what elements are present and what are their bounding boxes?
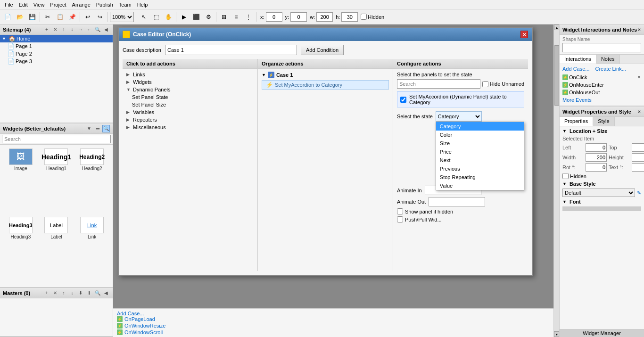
menu-arrange[interactable]: Arrange (69, 1, 93, 8)
canvas-scroll-track[interactable] (554, 30, 559, 331)
sitemap-add-btn[interactable]: + (43, 26, 50, 33)
action-set-panel-size[interactable]: Set Panel Size (124, 101, 256, 108)
top-input[interactable] (632, 143, 644, 152)
x-input[interactable] (266, 12, 282, 22)
action-widgets[interactable]: ▶ Widgets (124, 78, 256, 86)
hide-unnamed-checkbox[interactable] (482, 81, 488, 87)
tab-properties[interactable]: Properties (560, 117, 593, 126)
canvas-vscrollbar[interactable]: ▲ ▼ (553, 25, 559, 337)
align-btn[interactable]: ≡ (231, 11, 242, 23)
action-variables[interactable]: ▶ Variables (124, 108, 256, 116)
pointer-btn[interactable]: ↖ (138, 11, 149, 23)
width-input[interactable] (586, 153, 607, 162)
widget-heading3[interactable]: Heading3 Heading3 (4, 217, 38, 283)
widget-image[interactable]: 🖼 Image (4, 148, 38, 215)
option-previous[interactable]: Previous (436, 164, 524, 173)
option-color[interactable]: Color (436, 131, 524, 139)
animate-out-input[interactable] (429, 197, 485, 206)
canvas-scroll-down[interactable]: ▼ (554, 331, 559, 337)
dialog-close-btn[interactable]: ✕ (520, 31, 528, 38)
undo-btn[interactable]: ↩ (82, 11, 93, 23)
preview-btn[interactable]: ⚙ (203, 11, 214, 23)
paste-btn[interactable]: 📌 (66, 11, 78, 23)
action-dynamic-panels[interactable]: ▼ Dynamic Panels (124, 86, 256, 93)
menu-publish[interactable]: Publish (93, 1, 116, 8)
masters-down-btn[interactable]: ↓ (68, 289, 76, 297)
sitemap-up-btn[interactable]: ↑ (60, 26, 67, 33)
widgets-toggle[interactable]: ▶ (126, 80, 131, 84)
action-links[interactable]: ▶ Links (124, 71, 256, 78)
cut-btn[interactable]: ✂ (42, 11, 53, 23)
grid-btn[interactable]: ⊞ (218, 11, 230, 23)
option-size[interactable]: Size (436, 139, 524, 148)
play-btn[interactable]: ▶ (178, 11, 190, 23)
tab-interactions[interactable]: Interactions (560, 55, 596, 64)
masters-collapse-btn[interactable]: ◀ (102, 289, 110, 297)
sitemap-collapse-btn[interactable]: ◀ (102, 26, 110, 33)
dynamic-panels-toggle[interactable]: ▼ (126, 87, 131, 92)
center-canvas[interactable]: ▲ ▼ Add Case... ⚡ OnPageLoad ⚡ OnWindowR… (113, 25, 559, 337)
open-btn[interactable]: 📂 (14, 11, 25, 23)
masters-search-btn[interactable]: 🔍 (94, 289, 101, 297)
canvas-scroll-thumb[interactable] (554, 45, 559, 106)
dist-btn[interactable]: ⋮ (243, 11, 254, 23)
tab-style[interactable]: Style (593, 117, 614, 126)
add-case-link[interactable]: Add Case... (562, 66, 589, 72)
sitemap-page2-row[interactable]: 📄 Page 2 (6, 50, 113, 58)
widget-search-input[interactable] (2, 135, 111, 143)
menu-edit[interactable]: Edit (16, 1, 31, 8)
misc-toggle[interactable]: ▶ (126, 125, 131, 130)
masters-up-btn[interactable]: ↑ (60, 289, 67, 297)
rot-input[interactable] (586, 163, 607, 172)
location-size-arrow[interactable]: ▼ (562, 129, 567, 133)
widget-label[interactable]: Label Label (40, 217, 74, 283)
onclick-label[interactable]: OnClick (569, 74, 587, 80)
height-input[interactable] (632, 153, 644, 162)
widget-heading1[interactable]: Heading1 Heading1 (40, 148, 74, 215)
y-input[interactable] (290, 12, 307, 22)
case1-toggle[interactable]: ▼ (262, 73, 266, 77)
font-scrollbar[interactable] (562, 206, 641, 211)
save-btn[interactable]: 💾 (26, 11, 38, 23)
shape-name-input[interactable] (562, 43, 641, 52)
create-link-link[interactable]: Create Link... (595, 66, 626, 72)
masters-import-btn[interactable]: ⬇ (77, 289, 84, 297)
sitemap-delete-btn[interactable]: ✕ (51, 26, 59, 33)
select-library-btn[interactable]: ▼ (85, 125, 93, 132)
option-stop-repeating[interactable]: Stop Repeating (436, 173, 524, 181)
base-style-select[interactable]: Default (562, 189, 635, 197)
action-repeaters[interactable]: ▶ Repeaters (124, 116, 256, 123)
push-pull-checkbox[interactable] (397, 216, 403, 222)
masters-add-btn[interactable]: + (43, 289, 50, 297)
new-btn[interactable]: 📄 (2, 11, 13, 23)
menu-team[interactable]: Team (116, 1, 134, 8)
stop-btn[interactable]: ⬛ (190, 11, 202, 23)
select-btn[interactable]: ⬚ (150, 11, 162, 23)
onwindowscroll-label[interactable]: OnWindowScroll (124, 329, 163, 335)
sitemap-search-btn[interactable]: 🔍 (94, 26, 101, 33)
copy-btn[interactable]: 📋 (54, 11, 66, 23)
h-input[interactable] (341, 12, 358, 22)
option-price[interactable]: Price (436, 148, 524, 156)
text-input[interactable] (632, 163, 644, 172)
menu-file[interactable]: File (2, 1, 16, 8)
left-input[interactable] (586, 143, 607, 152)
widget-link[interactable]: Link Link (75, 217, 109, 283)
props-collapse-btn[interactable]: ✕ (637, 109, 641, 114)
menu-help[interactable]: Help (134, 1, 151, 8)
add-condition-button[interactable]: Add Condition (301, 45, 344, 55)
hidden-prop-checkbox[interactable] (562, 173, 569, 179)
more-events-link[interactable]: More Events (562, 96, 641, 104)
tab-notes[interactable]: Notes (596, 55, 620, 64)
bottom-add-case-link[interactable]: Add Case... (117, 311, 144, 316)
configure-search-input[interactable] (397, 79, 480, 89)
option-category[interactable]: Category (436, 122, 524, 131)
option-value[interactable]: Value (436, 181, 524, 190)
menu-project[interactable]: Project (47, 1, 69, 8)
sitemap-indent-btn[interactable]: → (77, 26, 84, 33)
widget-menu-btn[interactable]: ☰ (94, 125, 101, 132)
hidden-checkbox[interactable] (361, 14, 367, 20)
onpageload-label[interactable]: OnPageLoad (124, 316, 155, 322)
sitemap-page1-row[interactable]: 📄 Page 1 (6, 42, 113, 50)
masters-delete-btn[interactable]: ✕ (51, 289, 59, 297)
